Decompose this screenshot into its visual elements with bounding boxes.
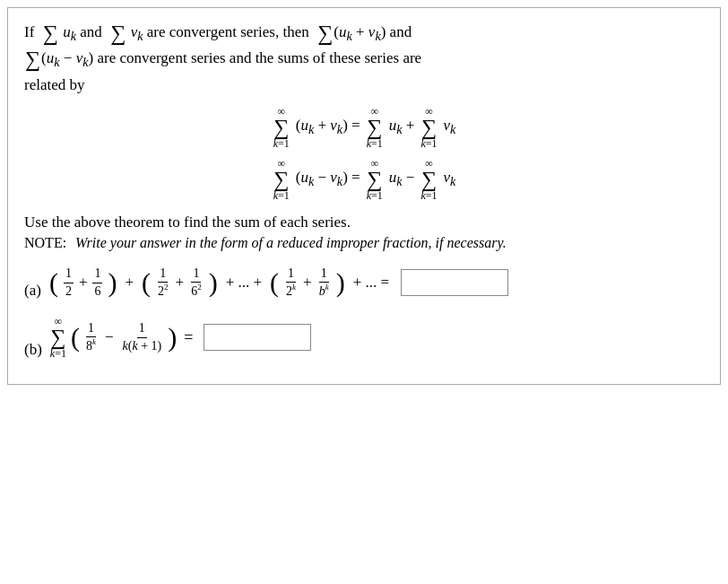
sigma-vk-inline: ∑ [110,22,126,44]
answer-a-input[interactable] [401,269,508,296]
use-theorem-text: Use the above theorem to find the sum of… [24,214,704,231]
frac-1-6: 1 6 [92,266,102,299]
frac-1-2: 1 2 [64,266,74,299]
sigma-uk-inline: ∑ [43,22,58,44]
sigma-f1-rhs1: ∞ ∑ k=1 [367,106,383,149]
main-container: If ∑ uk and ∑ vk are convergent series, … [7,7,721,385]
equals-b: = [184,328,193,347]
frac-1-62: 1 62 [189,266,204,300]
intro-paragraph: If ∑ uk and ∑ vk are convergent series, … [24,21,704,97]
formula-row-1: ∞ ∑ k=1 (uk + vk) = ∞ ∑ k=1 uk + ∞ ∑ k=1… [273,106,456,149]
part-b: (b) ∞ ∑ k=1 ( 1 8k − 1 k(k + 1) ) = [24,316,704,359]
frac-1-22: 1 22 [156,266,170,300]
part-a: (a) ( 1 2 + 1 6 ) + ( 1 22 + 1 62 ) + ..… [24,266,704,300]
part-a-label: (a) [24,282,41,300]
formula-block: ∞ ∑ k=1 (uk + vk) = ∞ ∑ k=1 uk + ∞ ∑ k=1… [24,106,704,201]
sigma-f2-rhs2: ∞ ∑ k=1 [420,158,437,201]
sigma-f2-lhs: ∞ ∑ k=1 [273,158,290,201]
note-label: NOTE: [24,235,66,250]
sigma-b: ∞ ∑ k=1 [50,316,66,359]
sigma-f1-rhs2: ∞ ∑ k=1 [420,106,437,149]
frac-1-bk: 1 bk [317,266,331,300]
answer-b-input[interactable] [204,324,311,351]
frac-1-2k: 1 2k [284,266,298,300]
formula-row-2: ∞ ∑ k=1 (uk − vk) = ∞ ∑ k=1 uk − ∞ ∑ k=1… [273,158,456,201]
note-text: Write your answer in the form of a reduc… [75,235,507,250]
sigma-sum-inline: ∑ [317,22,333,44]
part-b-label: (b) [24,341,42,359]
frac-1-8k: 1 8k [84,320,98,354]
sigma-f2-rhs1: ∞ ∑ k=1 [367,158,383,201]
sigma-f1-lhs: ∞ ∑ k=1 [273,106,290,149]
note-line: NOTE: Write your answer in the form of a… [24,235,704,251]
frac-1-kk1: 1 k(k + 1) [121,320,164,353]
sigma-diff-inline: ∑ [25,48,40,70]
